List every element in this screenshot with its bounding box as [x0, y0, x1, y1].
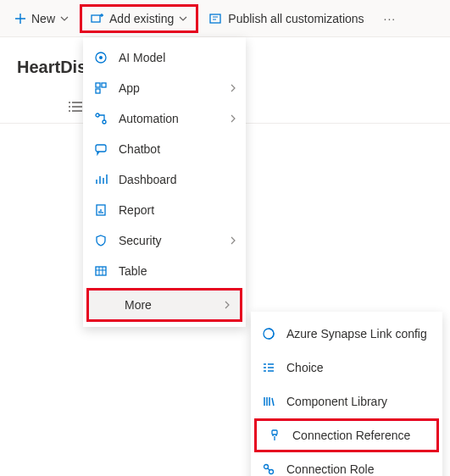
- submenu-label: Component Library: [286, 395, 432, 408]
- add-existing-dropdown: AI Model App Automation Chatbot Dashboar…: [83, 37, 246, 327]
- menu-item-more[interactable]: More: [89, 291, 240, 319]
- more-submenu: Azure Synapse Link config Choice Compone…: [251, 312, 442, 476]
- publish-label: Publish all customizations: [228, 12, 364, 25]
- svg-rect-11: [96, 267, 106, 275]
- chevron-right-icon: [231, 84, 236, 92]
- ai-model-icon: [93, 51, 108, 64]
- dashboard-icon: [93, 173, 108, 186]
- menu-more-highlight: More: [86, 288, 242, 322]
- menu-label: Table: [119, 264, 236, 278]
- submenu-label: Azure Synapse Link config: [286, 327, 432, 340]
- svg-rect-6: [96, 89, 100, 93]
- publish-icon: [209, 13, 223, 25]
- command-bar: New Add existing Publish all customizati…: [0, 0, 450, 37]
- svg-rect-5: [102, 83, 106, 87]
- overflow-button[interactable]: ···: [375, 7, 405, 30]
- submenu-item-connection-role[interactable]: Connection Role: [251, 452, 442, 476]
- svg-point-7: [96, 113, 99, 117]
- menu-item-app[interactable]: App: [83, 73, 246, 103]
- svg-rect-9: [96, 145, 106, 152]
- choice-icon: [261, 361, 276, 374]
- submenu-connection-ref-highlight: Connection Reference: [254, 418, 439, 452]
- publish-button[interactable]: Publish all customizations: [198, 4, 375, 33]
- menu-item-chatbot[interactable]: Chatbot: [83, 134, 246, 164]
- submenu-label: Connection Role: [286, 462, 432, 476]
- svg-point-3: [99, 56, 103, 59]
- menu-label: More: [99, 298, 214, 312]
- menu-label: Automation: [119, 112, 220, 125]
- chevron-down-icon: [60, 16, 69, 21]
- chevron-right-icon: [225, 301, 230, 309]
- menu-item-ai-model[interactable]: AI Model: [83, 42, 246, 73]
- submenu-label: Connection Reference: [292, 429, 426, 442]
- new-button[interactable]: New: [3, 4, 80, 33]
- new-label: New: [31, 12, 55, 25]
- submenu-item-choice[interactable]: Choice: [251, 351, 442, 385]
- chevron-right-icon: [231, 236, 236, 245]
- menu-item-dashboard[interactable]: Dashboard: [83, 164, 246, 195]
- report-icon: [93, 203, 108, 217]
- svg-point-14: [264, 465, 269, 469]
- svg-point-15: [269, 470, 274, 474]
- submenu-item-component-library[interactable]: Component Library: [251, 385, 442, 418]
- chatbot-icon: [93, 142, 108, 156]
- menu-item-automation[interactable]: Automation: [83, 103, 246, 134]
- library-icon: [261, 395, 276, 408]
- security-icon: [93, 234, 108, 247]
- menu-item-security[interactable]: Security: [83, 225, 246, 256]
- menu-label: Chatbot: [119, 142, 236, 156]
- add-existing-label: Add existing: [109, 12, 174, 25]
- svg-rect-1: [210, 14, 220, 23]
- chevron-right-icon: [231, 114, 236, 123]
- table-icon: [93, 264, 108, 278]
- submenu-item-connection-reference[interactable]: Connection Reference: [257, 421, 436, 450]
- menu-label: Dashboard: [119, 173, 236, 186]
- menu-label: AI Model: [119, 51, 236, 64]
- menu-item-report[interactable]: Report: [83, 195, 246, 225]
- chevron-down-icon: [179, 16, 187, 21]
- svg-rect-13: [272, 430, 277, 434]
- menu-label: Security: [119, 234, 220, 247]
- connection-role-icon: [261, 462, 276, 476]
- add-existing-button[interactable]: Add existing: [80, 4, 198, 33]
- menu-label: Report: [119, 203, 236, 217]
- svg-rect-0: [92, 15, 100, 22]
- svg-rect-4: [96, 83, 100, 87]
- submenu-label: Choice: [286, 361, 432, 374]
- synapse-icon: [261, 327, 276, 340]
- menu-item-table[interactable]: Table: [83, 256, 246, 286]
- menu-label: App: [119, 81, 220, 95]
- plus-icon: [14, 13, 26, 25]
- submenu-item-synapse[interactable]: Azure Synapse Link config: [251, 317, 442, 351]
- connection-reference-icon: [267, 429, 282, 442]
- add-existing-icon: [91, 13, 104, 25]
- automation-icon: [93, 112, 108, 125]
- app-icon: [93, 81, 108, 95]
- svg-point-8: [103, 120, 106, 124]
